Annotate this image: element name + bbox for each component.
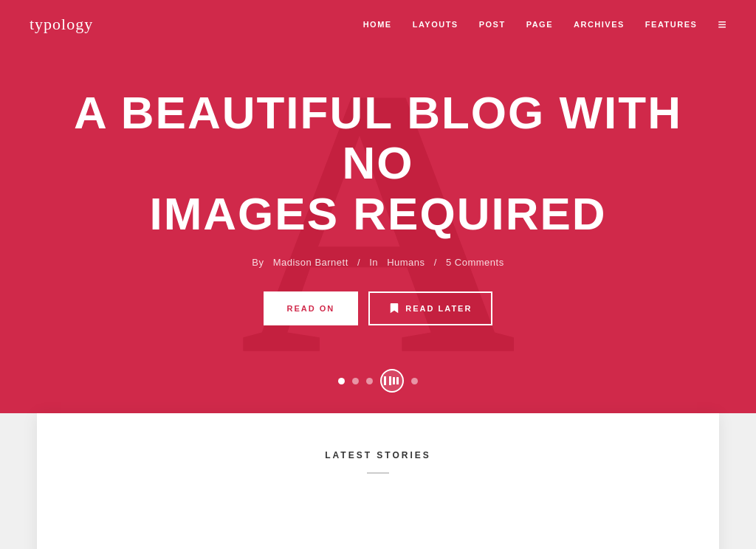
category-name[interactable]: Humans: [387, 257, 425, 268]
meta-sep1: /: [357, 257, 360, 268]
nav-post[interactable]: POST: [479, 20, 506, 29]
slider-dot-3[interactable]: [366, 378, 373, 384]
white-content-section: LATEST STORIES: [37, 413, 719, 549]
latest-stories-heading: LATEST STORIES: [66, 450, 690, 460]
slider-dot-2[interactable]: [352, 378, 359, 384]
slider-dot-1[interactable]: [338, 378, 345, 384]
slider-pause-button[interactable]: [380, 369, 404, 393]
svg-rect-0: [393, 377, 395, 384]
nav-features[interactable]: FEATURES: [645, 20, 697, 29]
author-name[interactable]: Madison Barnett: [273, 257, 348, 268]
nav-archives[interactable]: ARCHIVES: [574, 20, 625, 29]
hero-content: A BEAUTIFUL BLOG WITH NO IMAGES REQUIRED…: [0, 88, 756, 325]
in-label: In: [369, 257, 378, 268]
meta-sep2: /: [434, 257, 437, 268]
bookmark-icon: [389, 303, 399, 314]
latest-stories-divider: [367, 472, 389, 474]
hero-meta: By Madison Barnett / In Humans / 5 Comme…: [44, 257, 712, 268]
comments-count[interactable]: 5 Comments: [446, 257, 504, 268]
main-nav: HOME LAYOUTS POST PAGE ARCHIVES FEATURES…: [363, 16, 726, 33]
nav-home[interactable]: HOME: [363, 20, 392, 29]
by-label: By: [252, 257, 264, 268]
nav-page[interactable]: PAGE: [526, 20, 553, 29]
header: typology HOME LAYOUTS POST PAGE ARCHIVES…: [0, 0, 756, 49]
hamburger-icon[interactable]: ≡: [718, 16, 726, 33]
nav-layouts[interactable]: LAYOUTS: [413, 20, 458, 29]
pause-icon: [391, 376, 400, 385]
slider-dots: [338, 369, 418, 393]
read-on-button[interactable]: READ ON: [264, 291, 359, 325]
read-later-button[interactable]: READ LATER: [368, 291, 492, 325]
svg-rect-1: [396, 377, 399, 384]
slider-dot-5[interactable]: [411, 378, 418, 384]
logo[interactable]: typology: [30, 15, 93, 34]
hero-buttons: READ ON READ LATER: [44, 291, 712, 325]
hero-section: A A BEAUTIFUL BLOG WITH NO IMAGES REQUIR…: [0, 0, 756, 413]
hero-title: A BEAUTIFUL BLOG WITH NO IMAGES REQUIRED: [44, 88, 712, 239]
